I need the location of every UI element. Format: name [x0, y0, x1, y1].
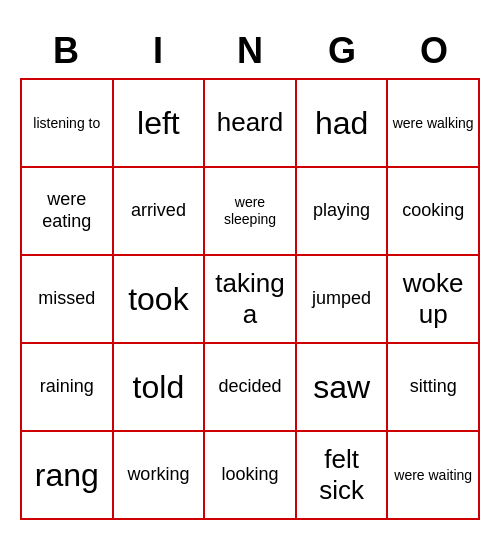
cell-text-6: arrived — [131, 200, 186, 222]
header-letter-I: I — [112, 24, 204, 78]
cell-text-21: working — [127, 464, 189, 486]
bingo-cell-8[interactable]: playing — [297, 168, 389, 256]
cell-text-17: decided — [218, 376, 281, 398]
cell-text-22: looking — [221, 464, 278, 486]
cell-text-10: missed — [38, 288, 95, 310]
bingo-cell-19[interactable]: sitting — [388, 344, 480, 432]
cell-text-0: listening to — [33, 115, 100, 132]
cell-text-14: woke up — [392, 268, 474, 330]
bingo-cell-3[interactable]: had — [297, 80, 389, 168]
cell-text-12: taking a — [209, 268, 291, 330]
cell-text-7: were sleeping — [209, 194, 291, 228]
bingo-cell-5[interactable]: were eating — [22, 168, 114, 256]
bingo-cell-20[interactable]: rang — [22, 432, 114, 520]
header-letter-B: B — [20, 24, 112, 78]
bingo-cell-1[interactable]: left — [114, 80, 206, 168]
header-letter-G: G — [296, 24, 388, 78]
bingo-cell-0[interactable]: listening to — [22, 80, 114, 168]
bingo-header: BINGO — [20, 24, 480, 78]
bingo-cell-24[interactable]: were waiting — [388, 432, 480, 520]
cell-text-23: felt sick — [301, 444, 383, 506]
bingo-cell-18[interactable]: saw — [297, 344, 389, 432]
cell-text-13: jumped — [312, 288, 371, 310]
bingo-cell-21[interactable]: working — [114, 432, 206, 520]
bingo-cell-23[interactable]: felt sick — [297, 432, 389, 520]
cell-text-2: heard — [217, 107, 284, 138]
bingo-cell-10[interactable]: missed — [22, 256, 114, 344]
cell-text-4: were walking — [393, 115, 474, 132]
bingo-cell-6[interactable]: arrived — [114, 168, 206, 256]
bingo-cell-17[interactable]: decided — [205, 344, 297, 432]
cell-text-8: playing — [313, 200, 370, 222]
bingo-cell-15[interactable]: raining — [22, 344, 114, 432]
bingo-cell-9[interactable]: cooking — [388, 168, 480, 256]
cell-text-16: told — [133, 368, 185, 406]
cell-text-20: rang — [35, 456, 99, 494]
bingo-cell-12[interactable]: taking a — [205, 256, 297, 344]
cell-text-15: raining — [40, 376, 94, 398]
cell-text-5: were eating — [26, 189, 108, 232]
cell-text-18: saw — [313, 368, 370, 406]
bingo-cell-11[interactable]: took — [114, 256, 206, 344]
bingo-grid: listening toleftheardhadwere walkingwere… — [20, 78, 480, 520]
bingo-cell-22[interactable]: looking — [205, 432, 297, 520]
bingo-cell-14[interactable]: woke up — [388, 256, 480, 344]
bingo-cell-4[interactable]: were walking — [388, 80, 480, 168]
bingo-cell-2[interactable]: heard — [205, 80, 297, 168]
bingo-cell-16[interactable]: told — [114, 344, 206, 432]
cell-text-1: left — [137, 104, 180, 142]
cell-text-3: had — [315, 104, 368, 142]
header-letter-O: O — [388, 24, 480, 78]
cell-text-19: sitting — [410, 376, 457, 398]
cell-text-9: cooking — [402, 200, 464, 222]
bingo-cell-7[interactable]: were sleeping — [205, 168, 297, 256]
cell-text-11: took — [128, 280, 188, 318]
header-letter-N: N — [204, 24, 296, 78]
bingo-cell-13[interactable]: jumped — [297, 256, 389, 344]
cell-text-24: were waiting — [394, 467, 472, 484]
